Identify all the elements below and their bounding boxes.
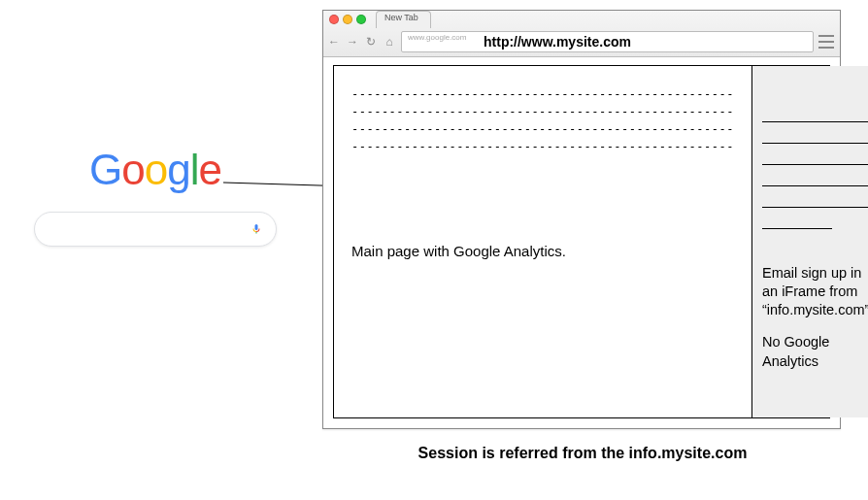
google-letter-o2: o <box>145 146 167 193</box>
google-letter-e: e <box>198 146 220 193</box>
browser-window: New Tab ← → ↻ ⌂ www.google.com http://ww… <box>322 10 841 429</box>
google-letter-o1: o <box>121 146 144 193</box>
mic-icon[interactable] <box>250 221 262 237</box>
google-block: Google <box>19 146 291 247</box>
browser-tab[interactable]: New Tab <box>376 11 431 28</box>
url-new: http://www.mysite.com <box>482 34 633 50</box>
page-content: ----------------------------------------… <box>333 65 830 418</box>
maximize-icon[interactable] <box>356 15 366 24</box>
minimize-icon[interactable] <box>343 15 352 24</box>
google-letter-g2: g <box>167 146 189 193</box>
content-placeholder-lines: ----------------------------------------… <box>351 85 734 155</box>
reload-icon[interactable]: ↻ <box>364 35 378 49</box>
google-search-box[interactable] <box>34 212 277 247</box>
tab-label: New Tab <box>384 13 418 22</box>
main-pane: ----------------------------------------… <box>334 66 751 417</box>
browser-chrome: New Tab ← → ↻ ⌂ www.google.com http://ww… <box>323 11 840 57</box>
address-bar[interactable]: www.google.com http://www.mysite.com <box>401 31 814 52</box>
iframe-description: Email sign up in an iFrame from “info.my… <box>762 264 868 371</box>
form-placeholder-lines <box>762 105 868 233</box>
address-row: ← → ↻ ⌂ www.google.com http://www.mysite… <box>327 30 836 53</box>
google-logo: Google <box>19 146 291 194</box>
google-letter-g1: G <box>89 146 121 193</box>
iframe-text-2: No Google Analytics <box>762 333 868 370</box>
window-controls <box>329 15 366 24</box>
search-input[interactable] <box>49 221 250 237</box>
url-old: www.google.com <box>408 33 466 42</box>
close-icon[interactable] <box>329 15 339 24</box>
back-icon[interactable]: ← <box>327 35 341 49</box>
home-icon[interactable]: ⌂ <box>383 35 396 49</box>
menu-icon[interactable] <box>818 35 834 49</box>
forward-icon[interactable]: → <box>346 35 359 49</box>
iframe-text-1: Email sign up in an iFrame from “info.my… <box>762 264 868 319</box>
iframe-pane: Email sign up in an iFrame from “info.my… <box>751 66 868 417</box>
main-text: Main page with Google Analytics. <box>351 243 734 259</box>
diagram-caption: Session is referred from the info.mysite… <box>330 445 835 462</box>
